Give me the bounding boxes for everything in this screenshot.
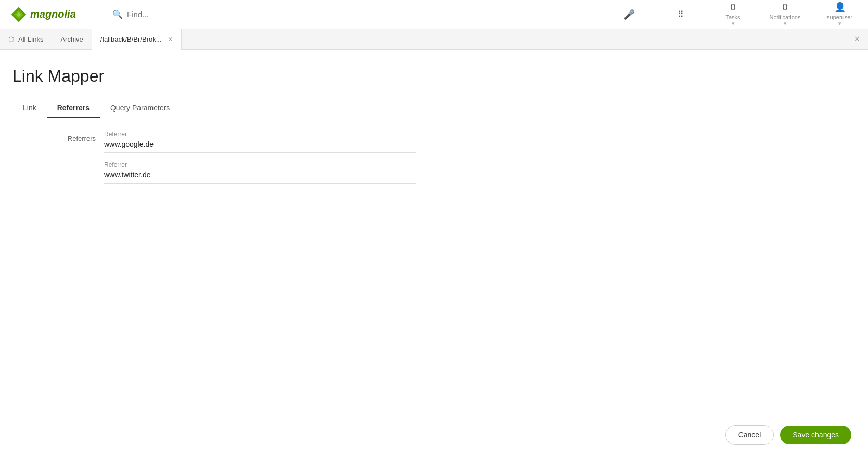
tasks-button[interactable]: 0 Tasks ▾ [707, 0, 759, 29]
tab-query-parameters[interactable]: Query Parameters [100, 98, 180, 118]
tasks-chevron-icon: ▾ [732, 20, 735, 27]
tab-all-links-label: All Links [18, 35, 43, 43]
referrers-section-label: Referrers [12, 131, 96, 190]
notifications-label: Notifications [770, 14, 801, 20]
tab-referrers[interactable]: Referrers [47, 98, 100, 118]
notifications-count: 0 [782, 2, 787, 13]
notifications-chevron-icon: ▾ [784, 20, 787, 27]
referrers-form: Referrers Referrer www.google.de Referre… [12, 118, 856, 215]
username-label: superuser [827, 14, 852, 20]
referrer-value-0: www.google.de [104, 140, 416, 153]
logo-text: magnolia [30, 8, 76, 20]
tab-path-label: /fallback/B/Br/Brok... [100, 35, 162, 43]
apps-grid-icon: ⠿ [678, 9, 684, 19]
bottom-bar: Cancel Save changes [0, 418, 868, 451]
tab-path[interactable]: /fallback/B/Br/Brok... × [92, 29, 182, 50]
tree-icon: ⬡ [8, 35, 14, 43]
main-content: Link Mapper Link Referrers Query Paramet… [0, 50, 868, 215]
referrer-value-1: www.twitter.de [104, 171, 416, 184]
microphone-icon: 🎤 [623, 9, 635, 20]
tab-query-parameters-label: Query Parameters [110, 104, 170, 112]
search-bar[interactable]: 🔍 [104, 9, 603, 19]
microphone-button[interactable]: 🎤 [603, 0, 655, 29]
magnolia-logo-icon [10, 6, 27, 23]
user-menu-button[interactable]: 👤 superuser ▾ [811, 0, 868, 29]
referrers-fields: Referrer www.google.de Referrer www.twit… [104, 131, 856, 190]
tasks-count: 0 [730, 2, 735, 13]
user-chevron-icon: ▾ [838, 20, 841, 27]
notifications-button[interactable]: 0 Notifications ▾ [759, 0, 811, 29]
referrer-row-0: Referrer www.google.de [104, 131, 856, 153]
tabbar: ⬡ All Links Archive /fallback/B/Br/Brok.… [0, 29, 868, 50]
tab-archive-label: Archive [60, 35, 83, 43]
tab-close-icon[interactable]: × [168, 35, 173, 44]
search-input[interactable] [127, 10, 594, 19]
tasks-label: Tasks [725, 14, 740, 20]
topbar-actions: 🎤 ⠿ 0 Tasks ▾ 0 Notifications ▾ 👤 superu… [603, 0, 868, 29]
tab-link-label: Link [23, 104, 36, 112]
inner-tabs: Link Referrers Query Parameters [12, 98, 856, 118]
save-button[interactable]: Save changes [780, 426, 851, 444]
cancel-button[interactable]: Cancel [725, 425, 774, 445]
referrer-row-1: Referrer www.twitter.de [104, 161, 856, 184]
referrer-label-1: Referrer [104, 161, 856, 169]
tab-link[interactable]: Link [12, 98, 47, 118]
referrer-label-0: Referrer [104, 131, 856, 138]
apps-button[interactable]: ⠿ [655, 0, 707, 29]
tab-all-links[interactable]: ⬡ All Links [0, 29, 52, 50]
tab-referrers-label: Referrers [57, 104, 90, 112]
tab-archive[interactable]: Archive [52, 29, 92, 50]
topbar: magnolia 🔍 🎤 ⠿ 0 Tasks ▾ 0 Notifications… [0, 0, 868, 29]
user-icon: 👤 [834, 2, 846, 13]
search-icon: 🔍 [112, 9, 123, 19]
referrers-section: Referrers Referrer www.google.de Referre… [12, 131, 856, 190]
page-title: Link Mapper [12, 67, 856, 86]
logo-area: magnolia [0, 6, 104, 23]
close-all-button[interactable]: × [846, 34, 868, 45]
